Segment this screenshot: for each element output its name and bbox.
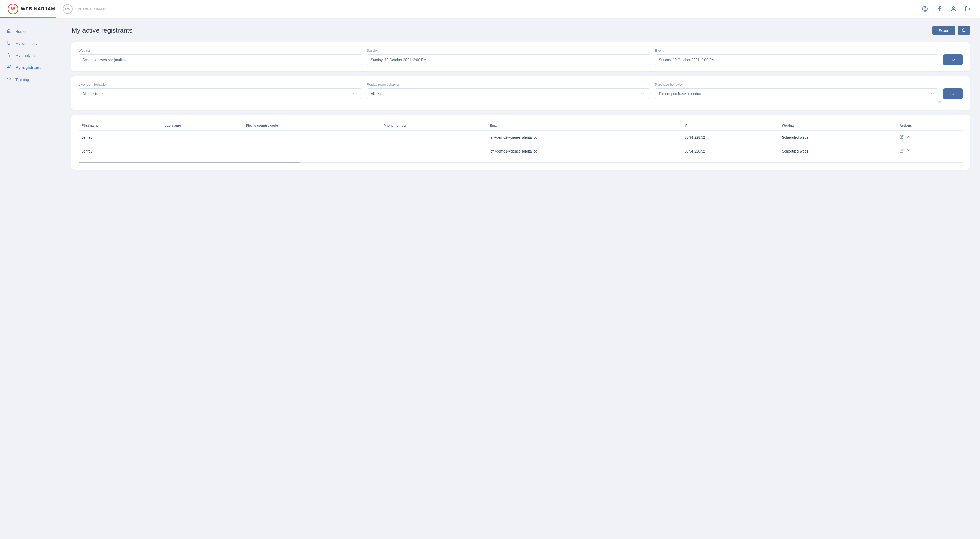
header-left: W WEBINARJAM EW EVERWEBINAR: [8, 3, 106, 14]
sidebar-item-home[interactable]: Home: [0, 26, 61, 38]
cell-email: jeff+demo2@genesisdigital.co: [487, 130, 681, 144]
event-filter-value: Sunday, 10 October 2021, 2:00 PM: [659, 58, 929, 62]
cell-actions: [897, 130, 963, 144]
filter-card-2: Live room behavior All registrants ··· R…: [72, 77, 970, 110]
delete-icon[interactable]: [906, 148, 910, 154]
sidebar-item-my-webinars[interactable]: My webinars: [0, 38, 61, 49]
export-button[interactable]: Export: [932, 26, 956, 35]
cell-email: jeff+demo1@genesisdigital.co: [487, 144, 681, 158]
edit-icon[interactable]: [900, 135, 904, 140]
replay-filter-dots: ···: [641, 91, 646, 96]
filter-webinar-group: Webinar Scheduled webinar (multiple) ···: [79, 49, 362, 65]
event-filter-label: Event: [655, 49, 938, 53]
header: W WEBINARJAM EW EVERWEBINAR: [0, 0, 980, 18]
svg-point-6: [8, 65, 10, 67]
live-filter-select[interactable]: All registrants ···: [79, 88, 362, 99]
delete-icon[interactable]: [906, 135, 910, 140]
go-button-1[interactable]: Go: [943, 54, 963, 65]
purchase-filter-select[interactable]: Did not purchase a product ···: [655, 88, 938, 99]
live-filter-label: Live room behavior: [79, 83, 362, 86]
wj-logo-circle: W: [8, 3, 18, 14]
webinars-icon: [6, 41, 12, 46]
facebook-icon[interactable]: [935, 4, 944, 14]
webinar-filter-dots: ···: [353, 57, 358, 62]
event-filter-select[interactable]: Sunday, 10 October 2021, 2:00 PM ···: [655, 54, 938, 65]
cell-webinar: Scheduled webir: [779, 130, 897, 144]
header-actions: Export: [932, 26, 970, 35]
header-underline: [0, 17, 56, 18]
ew-logo-circle: EW: [63, 4, 73, 14]
cell-phone-number: [380, 130, 487, 144]
cell-phone-country: [243, 130, 380, 144]
session-filter-label: Session: [367, 49, 650, 53]
replay-filter-label: Replay room behavior: [367, 83, 650, 86]
purchase-filter-label: Purchase behavior: [655, 83, 938, 86]
edit-icon[interactable]: [900, 149, 904, 154]
svg-point-7: [962, 29, 965, 32]
sidebar-item-my-analytics[interactable]: My analytics: [0, 49, 61, 62]
globe-icon[interactable]: [920, 4, 929, 14]
webinar-filter-label: Webinar: [79, 49, 362, 53]
purchase-filter-value: Did not purchase a product: [659, 92, 929, 96]
sidebar-registrants-label: My registrants: [15, 65, 41, 70]
search-button[interactable]: [958, 26, 970, 35]
scroll-indicator: [79, 162, 963, 163]
webinarjam-logo[interactable]: W WEBINARJAM: [8, 3, 55, 14]
svg-point-1: [953, 6, 955, 9]
cell-first-name: Jeffrey: [79, 130, 161, 144]
cell-first-name: Jeffrey: [79, 144, 161, 158]
table-container: First name Last name Phone country code …: [79, 121, 963, 158]
filter-live-group: Live room behavior All registrants ···: [79, 83, 362, 99]
col-webinar: Webinar: [779, 121, 897, 130]
session-filter-select[interactable]: Sunday, 10 October 2021, 2:00 PM ···: [367, 54, 650, 65]
cell-phone-number: [380, 144, 487, 158]
replay-filter-select[interactable]: All registrants ···: [367, 88, 650, 99]
col-first-name: First name: [79, 121, 161, 130]
sidebar-training-label: Training: [15, 77, 29, 82]
table-row: Jeffrey jeff+demo2@genesisdigital.co 38.…: [79, 130, 963, 144]
live-filter-value: All registrants: [83, 92, 353, 96]
cell-webinar: Scheduled webir: [779, 144, 897, 158]
registrants-table: First name Last name Phone country code …: [79, 121, 963, 158]
sidebar-analytics-label: My analytics: [15, 53, 37, 58]
logout-icon[interactable]: [963, 4, 972, 14]
ew-logo-text: EVERWEBINAR: [75, 7, 106, 11]
scroll-thumb: [79, 162, 300, 163]
ew-initial: EW: [65, 7, 70, 11]
cell-last-name: [161, 144, 243, 158]
header-right: [920, 4, 972, 14]
analytics-icon: [6, 53, 12, 59]
everwebinar-logo[interactable]: EW EVERWEBINAR: [63, 4, 106, 14]
go-button-2[interactable]: Go: [943, 88, 963, 99]
col-email: Email: [487, 121, 681, 130]
col-ip: IP: [681, 121, 779, 130]
sidebar-webinars-label: My webinars: [15, 41, 37, 46]
col-actions: Actions: [897, 121, 963, 130]
col-phone-country: Phone country code: [243, 121, 380, 130]
cell-actions: [897, 144, 963, 158]
table-row: Jeffrey jeff+demo1@genesisdigital.co 38.…: [79, 144, 963, 158]
sidebar-item-training[interactable]: Training: [0, 73, 61, 86]
cell-phone-country: [243, 144, 380, 158]
table-header-row: First name Last name Phone country code …: [79, 121, 963, 130]
table-card: First name Last name Phone country code …: [72, 115, 970, 170]
page-title: My active registrants: [72, 27, 132, 35]
svg-rect-3: [7, 41, 11, 44]
user-icon[interactable]: [949, 4, 958, 14]
webinar-filter-select[interactable]: Scheduled webinar (multiple) ···: [79, 54, 362, 65]
filter-row-2: Live room behavior All registrants ··· R…: [79, 83, 963, 99]
filter-purchase-group: Purchase behavior Did not purchase a pro…: [655, 83, 938, 99]
main-content: My active registrants Export Webinar Sch…: [61, 18, 980, 539]
cell-last-name: [161, 130, 243, 144]
live-filter-dots: ···: [353, 91, 358, 96]
sidebar: Home My webinars My analytics: [0, 18, 61, 539]
cell-ip: 38.94.228.52: [681, 130, 779, 144]
training-icon: [6, 77, 12, 83]
filter-row-1: Webinar Scheduled webinar (multiple) ···…: [79, 49, 963, 65]
sidebar-item-my-registrants[interactable]: My registrants: [0, 62, 61, 73]
layout: Home My webinars My analytics: [0, 18, 980, 539]
filter-replay-group: Replay room behavior All registrants ···: [367, 83, 650, 99]
page-header: My active registrants Export: [72, 26, 970, 35]
event-filter-dots: ···: [929, 57, 934, 62]
session-filter-dots: ···: [641, 57, 646, 62]
